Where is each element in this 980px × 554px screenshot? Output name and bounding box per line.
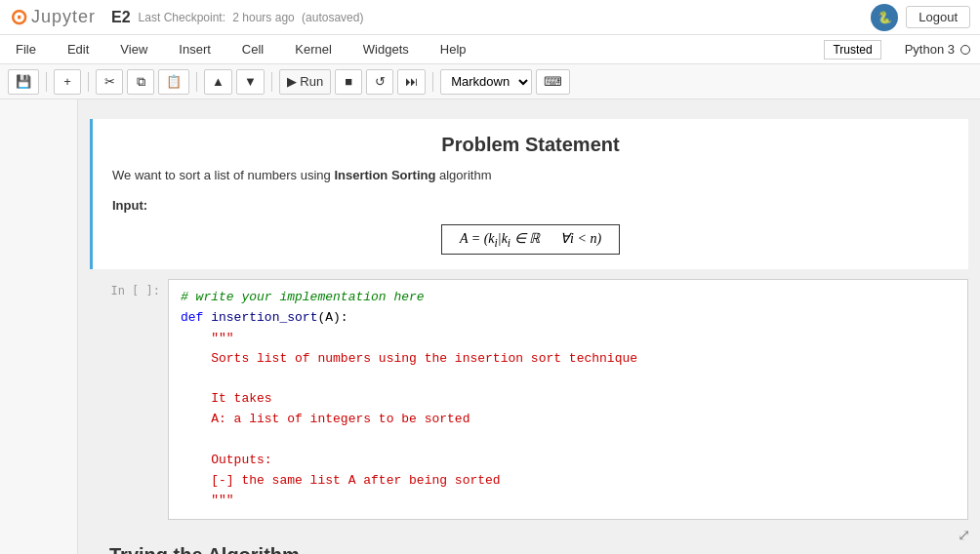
code-line-7: A: a list of integers to be sorted	[181, 410, 956, 430]
cell-1-label: In [ ]:	[90, 279, 168, 297]
input-label: Input:	[112, 196, 949, 217]
checkpoint-info: Last Checkpoint: 2 hours ago (autosaved)	[139, 11, 364, 24]
move-up-button[interactable]: ▲	[204, 69, 232, 95]
cell-type-select[interactable]: Markdown Code Raw	[440, 69, 532, 95]
problem-section: Problem Statement We want to sort a list…	[90, 119, 968, 269]
menu-widgets[interactable]: Widgets	[357, 39, 415, 59]
toolbar-separator-4	[271, 72, 272, 92]
problem-text: We want to sort a list of numbers using …	[112, 166, 949, 186]
menu-edit[interactable]: Edit	[61, 39, 95, 59]
menu-insert[interactable]: Insert	[173, 39, 217, 59]
paste-button[interactable]: 📋	[158, 69, 189, 95]
trusted-button[interactable]: Trusted	[824, 40, 880, 59]
topbar-left: ⊙ Jupyter E2 Last Checkpoint: 2 hours ag…	[10, 5, 363, 30]
code-line-4: Sorts list of numbers using the insertio…	[181, 349, 956, 370]
toolbar-separator-2	[88, 72, 89, 92]
jupyter-wordmark: Jupyter	[31, 7, 96, 27]
code-line-1: # write your implementation here	[181, 288, 956, 308]
code-line-10: [-] the same list A after being sorted	[181, 471, 956, 492]
stop-button[interactable]: ■	[335, 69, 362, 95]
problem-markdown-cell: Problem Statement We want to sort a list…	[90, 119, 968, 269]
code-cell-1-wrapper: In [ ]: # write your implementation here…	[90, 279, 968, 520]
jupyter-logo: ⊙ Jupyter	[10, 5, 96, 30]
menu-help[interactable]: Help	[434, 39, 472, 59]
menu-file[interactable]: File	[10, 39, 42, 59]
menu-kernel[interactable]: Kernel	[289, 39, 338, 59]
main-container: Problem Statement We want to sort a list…	[0, 99, 980, 554]
topbar-right: 🐍 Logout	[871, 4, 970, 31]
kernel-status-circle	[960, 45, 970, 55]
menubar: File Edit View Insert Cell Kernel Widget…	[0, 35, 980, 64]
logout-button[interactable]: Logout	[906, 6, 970, 28]
code-line-9: Outputs:	[181, 451, 956, 471]
save-button[interactable]: 💾	[8, 69, 39, 95]
code-line-2: def insertion_sort(A):	[181, 308, 956, 329]
kernel-info: Python 3	[905, 42, 970, 57]
topbar: ⊙ Jupyter E2 Last Checkpoint: 2 hours ag…	[0, 0, 980, 35]
restart-run-button[interactable]: ⏭	[397, 69, 426, 95]
menu-cell[interactable]: Cell	[236, 39, 269, 59]
restart-button[interactable]: ↺	[366, 69, 393, 95]
problem-heading: Problem Statement	[112, 134, 949, 156]
notebook: Problem Statement We want to sort a list…	[78, 99, 980, 554]
code-line-3: """	[181, 329, 956, 349]
run-button[interactable]: ▶ Run	[279, 69, 331, 95]
toolbar-separator-3	[196, 72, 197, 92]
algo-section: Trying the Algorithm	[90, 530, 968, 554]
code-line-6: It takes	[181, 389, 956, 410]
toolbar-separator-1	[46, 72, 47, 92]
python-icon: 🐍	[871, 4, 898, 31]
code-cell-1[interactable]: # write your implementation here def ins…	[168, 279, 968, 520]
cut-button[interactable]: ✂	[96, 69, 123, 95]
menu-view[interactable]: View	[114, 39, 153, 59]
algo-heading: Trying the Algorithm	[90, 530, 968, 554]
code-line-8	[181, 430, 956, 451]
code-line-11: """	[181, 491, 956, 511]
expand-button[interactable]: ⤢	[958, 526, 970, 544]
toolbar: 💾 + ✂ ⧉ 📋 ▲ ▼ ▶ Run ■ ↺ ⏭ Markdown Code …	[0, 64, 980, 99]
copy-button[interactable]: ⧉	[127, 69, 154, 95]
code-line-5	[181, 370, 956, 390]
add-cell-button[interactable]: +	[54, 69, 81, 95]
sidebar	[0, 99, 78, 554]
math-formula: A = (ki|ki ∈ ℝ ∀i < n)	[441, 224, 620, 256]
notebook-name: E2	[111, 9, 131, 26]
jupyter-logo-icon: ⊙	[10, 5, 27, 30]
move-down-button[interactable]: ▼	[236, 69, 265, 95]
keyboard-button[interactable]: ⌨	[536, 69, 570, 95]
toolbar-separator-5	[432, 72, 433, 92]
